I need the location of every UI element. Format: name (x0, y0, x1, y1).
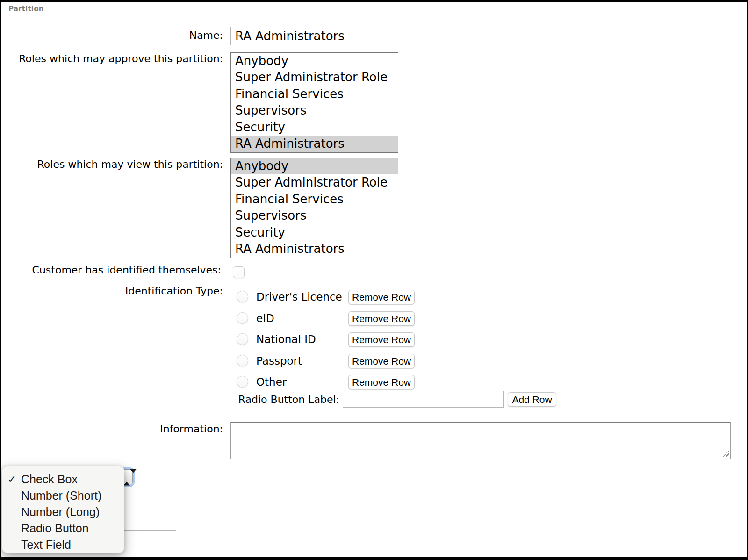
checkmark-icon: ✓ (7, 471, 20, 488)
menu-item[interactable]: Number (Long) (2, 504, 124, 520)
page-title: Partition (8, 5, 44, 13)
menu-item[interactable]: Radio Button (2, 520, 124, 537)
menu-item[interactable]: Number (Short) (2, 488, 124, 504)
radio-label: Other (256, 375, 287, 389)
menu-item-label: Radio Button (21, 522, 89, 535)
frame-border-bottom (0, 557, 748, 560)
radio-label: eID (256, 311, 274, 325)
radio-button-label-input[interactable] (343, 391, 504, 408)
radio-button[interactable] (237, 291, 248, 302)
add-row-button[interactable]: Add Row (508, 392, 556, 407)
radio-button[interactable] (237, 376, 248, 388)
listbox-option[interactable]: RA Administrators (231, 241, 398, 257)
partition-form-page: Partition Name: Roles which may approve … (0, 0, 748, 560)
information-label: Information: (9, 423, 223, 435)
view-roles-label: Roles which may view this partition: (9, 158, 223, 171)
remove-row-button[interactable]: Remove Row (348, 332, 415, 347)
approve-roles-label: Roles which may approve this partition: (9, 52, 223, 65)
radio-label: Passport (256, 354, 302, 368)
stepper-icon (123, 473, 130, 482)
remove-row-button[interactable]: Remove Row (348, 375, 415, 389)
menu-item-label: Check Box (21, 473, 78, 486)
name-input[interactable] (230, 27, 731, 45)
remove-row-button[interactable]: Remove Row (348, 311, 415, 326)
remove-row-button[interactable]: Remove Row (348, 290, 415, 304)
listbox-option[interactable]: Supervisors (231, 208, 398, 224)
listbox-option[interactable]: RA Administrators (231, 136, 398, 152)
listbox-option[interactable]: Super Administrator Role (231, 174, 398, 191)
radio-button[interactable] (237, 312, 248, 324)
radio-button[interactable] (237, 355, 248, 366)
customer-identified-label: Customer has identified themselves: (9, 264, 221, 277)
listbox-option[interactable]: Super Administrator Role (231, 69, 398, 86)
menu-item-label: Text Field (21, 538, 71, 551)
radio-button[interactable] (237, 333, 248, 345)
frame-border-left (0, 0, 1, 560)
name-label: Name: (9, 26, 223, 45)
listbox-option[interactable]: Financial Services (231, 86, 398, 102)
customer-identified-checkbox[interactable] (233, 266, 245, 278)
listbox-option[interactable]: Security (231, 119, 398, 136)
radio-label: National ID (256, 332, 316, 346)
radio-button-label-label: Radio Button Label: (187, 393, 339, 407)
field-type-dropdown-menu: ✓ Check Box Number (Short) Number (Long)… (2, 466, 124, 553)
menu-item-label: Number (Long) (21, 505, 100, 518)
menu-item[interactable]: Text Field (2, 537, 124, 553)
menu-item-label: Number (Short) (21, 489, 101, 502)
view-roles-listbox[interactable]: Anybody Super Administrator Role Financi… (230, 158, 398, 258)
remove-row-button[interactable]: Remove Row (348, 354, 415, 368)
listbox-option[interactable]: Supervisors (231, 102, 398, 119)
listbox-option[interactable]: Security (231, 224, 398, 241)
radio-label: Driver's Licence (256, 290, 342, 304)
frame-border-top (0, 0, 748, 2)
approve-roles-listbox[interactable]: Anybody Super Administrator Role Financi… (230, 52, 398, 153)
listbox-option[interactable]: Anybody (231, 158, 398, 174)
menu-item[interactable]: ✓ Check Box (2, 471, 124, 488)
listbox-option[interactable]: Anybody (231, 53, 398, 69)
listbox-option[interactable]: Financial Services (231, 191, 398, 208)
information-textarea[interactable] (230, 422, 731, 459)
identification-type-label: Identification Type: (9, 285, 223, 298)
